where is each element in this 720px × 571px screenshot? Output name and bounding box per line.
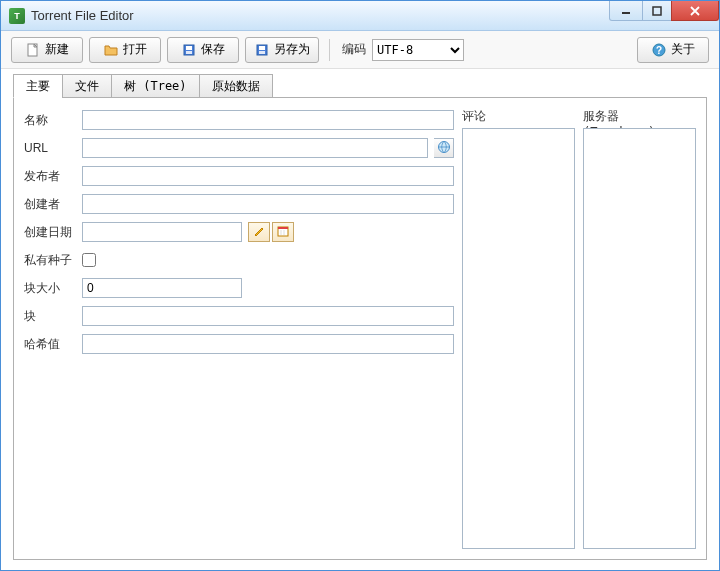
body-area: 主要 文件 树 (Tree) 原始数据 名称 URL <box>1 69 719 570</box>
name-label: 名称 <box>24 112 76 129</box>
tab-tree[interactable]: 树 (Tree) <box>111 74 200 98</box>
open-folder-icon <box>103 42 119 58</box>
about-label: 关于 <box>671 41 695 58</box>
row-name: 名称 <box>24 108 454 132</box>
save-as-label: 另存为 <box>274 41 310 58</box>
comment-box[interactable] <box>462 128 575 549</box>
open-label: 打开 <box>123 41 147 58</box>
creator-input[interactable] <box>82 194 454 214</box>
comment-column: 评论 <box>462 108 575 549</box>
row-piece-size: 块大小 <box>24 276 454 300</box>
maximize-button[interactable] <box>642 1 672 21</box>
tab-raw[interactable]: 原始数据 <box>199 74 273 98</box>
pieces-input[interactable] <box>82 306 454 326</box>
form-panel: 名称 URL 发布者 创建者 <box>24 108 454 549</box>
toolbar: 新建 打开 保存 另存为 编码 UTF-8 ? <box>1 31 719 69</box>
encoding-label: 编码 <box>342 41 366 58</box>
row-private: 私有种子 <box>24 248 454 272</box>
svg-rect-5 <box>186 51 192 54</box>
row-hash: 哈希值 <box>24 332 454 356</box>
piece-size-input[interactable] <box>82 278 242 298</box>
svg-rect-0 <box>622 12 630 14</box>
window-controls <box>610 1 719 21</box>
save-as-icon <box>254 42 270 58</box>
wand-icon <box>253 225 265 240</box>
hash-input[interactable] <box>82 334 454 354</box>
open-button[interactable]: 打开 <box>89 37 161 63</box>
row-publisher: 发布者 <box>24 164 454 188</box>
trackers-header: 服务器 (Trackers) <box>583 108 696 128</box>
new-file-icon <box>25 42 41 58</box>
app-window: T Torrent File Editor 新建 打开 <box>0 0 720 571</box>
private-label: 私有种子 <box>24 252 76 269</box>
save-label: 保存 <box>201 41 225 58</box>
date-label: 创建日期 <box>24 224 76 241</box>
tab-main[interactable]: 主要 <box>13 74 63 98</box>
date-picker-button[interactable] <box>272 222 294 242</box>
toolbar-separator <box>329 39 330 61</box>
svg-text:?: ? <box>656 45 662 56</box>
svg-rect-1 <box>653 7 661 15</box>
new-label: 新建 <box>45 41 69 58</box>
date-now-button[interactable] <box>248 222 270 242</box>
svg-rect-13 <box>278 227 288 229</box>
name-input[interactable] <box>82 110 454 130</box>
publisher-label: 发布者 <box>24 168 76 185</box>
window-title: Torrent File Editor <box>31 8 134 23</box>
calendar-icon <box>277 225 289 240</box>
creator-label: 创建者 <box>24 196 76 213</box>
tab-bar: 主要 文件 树 (Tree) 原始数据 <box>13 74 707 98</box>
globe-icon <box>437 140 451 157</box>
row-creator: 创建者 <box>24 192 454 216</box>
about-button[interactable]: ? 关于 <box>637 37 709 63</box>
url-input[interactable] <box>82 138 428 158</box>
save-as-button[interactable]: 另存为 <box>245 37 319 63</box>
svg-rect-4 <box>186 46 192 50</box>
url-label: URL <box>24 141 76 155</box>
row-pieces: 块 <box>24 304 454 328</box>
svg-rect-8 <box>259 51 265 54</box>
tab-files[interactable]: 文件 <box>62 74 112 98</box>
private-checkbox[interactable] <box>82 253 96 267</box>
svg-rect-7 <box>259 46 265 50</box>
minimize-icon <box>621 6 631 16</box>
date-input[interactable] <box>82 222 242 242</box>
pieces-label: 块 <box>24 308 76 325</box>
tab-content-main: 名称 URL 发布者 创建者 <box>13 97 707 560</box>
hash-label: 哈希值 <box>24 336 76 353</box>
row-date: 创建日期 <box>24 220 454 244</box>
url-browse-button[interactable] <box>434 138 454 158</box>
close-button[interactable] <box>671 1 719 21</box>
save-icon <box>181 42 197 58</box>
close-icon <box>690 6 700 16</box>
trackers-column: 服务器 (Trackers) <box>583 108 696 549</box>
piece-size-label: 块大小 <box>24 280 76 297</box>
save-button[interactable]: 保存 <box>167 37 239 63</box>
new-button[interactable]: 新建 <box>11 37 83 63</box>
app-icon: T <box>9 8 25 24</box>
encoding-select[interactable]: UTF-8 <box>372 39 464 61</box>
publisher-input[interactable] <box>82 166 454 186</box>
row-url: URL <box>24 136 454 160</box>
comment-header: 评论 <box>462 108 575 128</box>
trackers-box[interactable] <box>583 128 696 549</box>
right-columns: 评论 服务器 (Trackers) <box>462 108 696 549</box>
maximize-icon <box>652 6 662 16</box>
help-icon: ? <box>651 42 667 58</box>
titlebar[interactable]: T Torrent File Editor <box>1 1 719 31</box>
minimize-button[interactable] <box>609 1 643 21</box>
